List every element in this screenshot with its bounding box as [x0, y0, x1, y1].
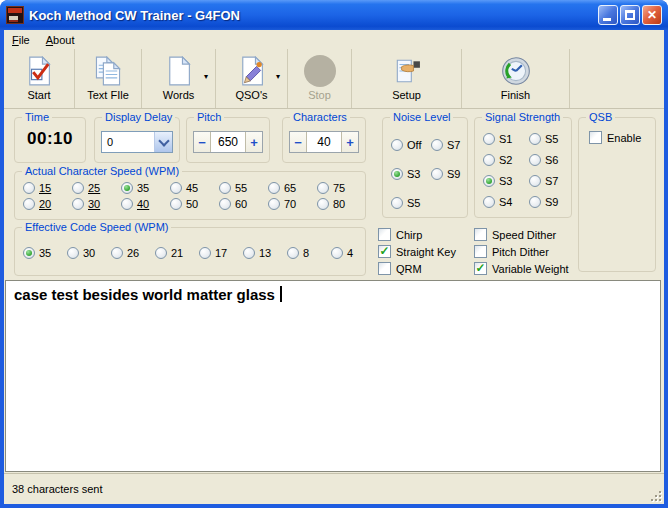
pitch-value[interactable]: 650 — [211, 132, 245, 152]
radio-actual-40[interactable]: 40 — [121, 196, 170, 212]
display-delay-group: Display Delay 0 — [94, 117, 180, 163]
radio-signal-s9[interactable]: S9 — [529, 191, 558, 212]
minimize-button[interactable] — [598, 5, 618, 25]
radio-noise-off[interactable]: Off — [391, 130, 421, 159]
checkbox-qsb-enable[interactable]: ✓ Enable — [589, 131, 655, 144]
radio-effective-13[interactable]: 13 — [243, 247, 287, 259]
radio-label: 15 — [39, 182, 51, 194]
output-textarea[interactable]: case test besides world matter glass — [5, 280, 661, 472]
minimize-icon — [603, 18, 611, 21]
checkbox-indicator: ✓ — [378, 228, 391, 241]
radio-actual-35[interactable]: 35 — [121, 180, 170, 196]
radio-signal-s2[interactable]: S2 — [483, 149, 512, 170]
checkbox-straight-key[interactable]: ✓Straight Key — [378, 243, 456, 260]
radio-label: 70 — [284, 198, 296, 210]
menu-about[interactable]: About — [38, 32, 83, 48]
actual-character-speed-group: Actual Character Speed (WPM) 15 20 25 30… — [14, 171, 366, 220]
menu-about-accel: A — [46, 34, 53, 46]
noise-level-col1: Off S3 S5 — [391, 130, 421, 217]
text-caret — [280, 286, 282, 302]
radio-actual-60[interactable]: 60 — [219, 196, 268, 212]
qsos-dropdown-icon[interactable]: ▾ — [276, 72, 280, 81]
setup-icon — [393, 54, 421, 88]
words-dropdown-icon[interactable]: ▾ — [204, 72, 208, 81]
radio-effective-17[interactable]: 17 — [199, 247, 243, 259]
radio-signal-s4[interactable]: S4 — [483, 191, 512, 212]
start-icon — [25, 54, 53, 88]
radio-noise-s3[interactable]: S3 — [391, 159, 421, 188]
display-delay-select[interactable]: 0 — [101, 131, 173, 153]
setup-button[interactable]: Setup — [352, 49, 462, 108]
radio-indicator — [23, 198, 35, 210]
qsos-button[interactable]: QSO's ▾ — [216, 49, 288, 108]
radio-label: 35 — [137, 182, 149, 194]
pitch-decrement-button[interactable]: − — [194, 132, 211, 152]
characters-decrement-button[interactable]: − — [290, 132, 307, 152]
radio-label: S3 — [499, 175, 512, 187]
radio-indicator — [431, 139, 443, 151]
radio-label: S5 — [545, 133, 558, 145]
characters-value[interactable]: 40 — [307, 132, 341, 152]
checkbox-pitch-dither[interactable]: ✓Pitch Dither — [474, 243, 569, 260]
radio-signal-s7[interactable]: S7 — [529, 170, 558, 191]
modifiers-col2: ✓Speed Dither ✓Pitch Dither ✓Variable We… — [474, 226, 569, 277]
menu-file[interactable]: File — [4, 32, 38, 48]
close-button[interactable]: ✕ — [642, 5, 662, 25]
radio-actual-30[interactable]: 30 — [72, 196, 121, 212]
radio-actual-15[interactable]: 15 — [23, 180, 72, 196]
checkbox-qrm[interactable]: ✓QRM — [378, 260, 456, 277]
radio-noise-s9[interactable]: S9 — [431, 159, 460, 188]
radio-actual-70[interactable]: 70 — [268, 196, 317, 212]
radio-actual-45[interactable]: 45 — [170, 180, 219, 196]
setup-label: Setup — [392, 89, 421, 101]
resize-grip[interactable] — [649, 489, 663, 503]
pitch-increment-button[interactable]: + — [245, 132, 262, 152]
radio-label: 20 — [39, 198, 51, 210]
checkbox-label: QRM — [396, 263, 422, 275]
radio-indicator — [67, 247, 79, 259]
text-file-button[interactable]: Text FIle — [75, 49, 142, 108]
radio-indicator — [431, 168, 443, 180]
radio-effective-4[interactable]: 4 — [331, 247, 375, 259]
title-bar[interactable]: Koch Method CW Trainer - G4FON ✕ — [0, 0, 668, 30]
radio-effective-21[interactable]: 21 — [155, 247, 199, 259]
signal-strength-col2: S5 S6 S7 S9 — [529, 128, 558, 212]
window-title: Koch Method CW Trainer - G4FON — [29, 8, 596, 23]
checkbox-indicator: ✓ — [474, 245, 487, 258]
radio-label: S1 — [499, 133, 512, 145]
radio-actual-75[interactable]: 75 — [317, 180, 366, 196]
radio-signal-s6[interactable]: S6 — [529, 149, 558, 170]
checkbox-speed-dither[interactable]: ✓Speed Dither — [474, 226, 569, 243]
minus-icon: − — [198, 136, 206, 149]
radio-noise-s7[interactable]: S7 — [431, 130, 460, 159]
radio-signal-s1[interactable]: S1 — [483, 128, 512, 149]
maximize-button[interactable] — [620, 5, 640, 25]
start-button[interactable]: Start — [4, 49, 75, 108]
checkbox-variable-weight[interactable]: ✓Variable Weight — [474, 260, 569, 277]
radio-actual-65[interactable]: 65 — [268, 180, 317, 196]
time-value: 00:10 — [15, 129, 85, 149]
radio-effective-8[interactable]: 8 — [287, 247, 331, 259]
radio-actual-20[interactable]: 20 — [23, 196, 72, 212]
words-button[interactable]: Words ▾ — [142, 49, 216, 108]
radio-indicator — [219, 198, 231, 210]
display-delay-dropdown-button[interactable] — [154, 132, 172, 152]
noise-level-group: Noise Level Off S3 S5 S7 S9 — [382, 117, 468, 218]
radio-indicator — [111, 247, 123, 259]
radio-label: S9 — [447, 168, 460, 180]
radio-actual-55[interactable]: 55 — [219, 180, 268, 196]
finish-button[interactable]: Finish — [462, 49, 570, 108]
checkbox-indicator: ✓ — [589, 131, 602, 144]
radio-actual-80[interactable]: 80 — [317, 196, 366, 212]
radio-effective-30[interactable]: 30 — [67, 247, 111, 259]
radio-indicator — [317, 198, 329, 210]
radio-actual-50[interactable]: 50 — [170, 196, 219, 212]
radio-signal-s3[interactable]: S3 — [483, 170, 512, 191]
radio-effective-35[interactable]: 35 — [23, 247, 67, 259]
characters-increment-button[interactable]: + — [341, 132, 358, 152]
radio-noise-s5[interactable]: S5 — [391, 188, 421, 217]
radio-effective-26[interactable]: 26 — [111, 247, 155, 259]
radio-actual-25[interactable]: 25 — [72, 180, 121, 196]
radio-signal-s5[interactable]: S5 — [529, 128, 558, 149]
checkbox-chirp[interactable]: ✓Chirp — [378, 226, 456, 243]
